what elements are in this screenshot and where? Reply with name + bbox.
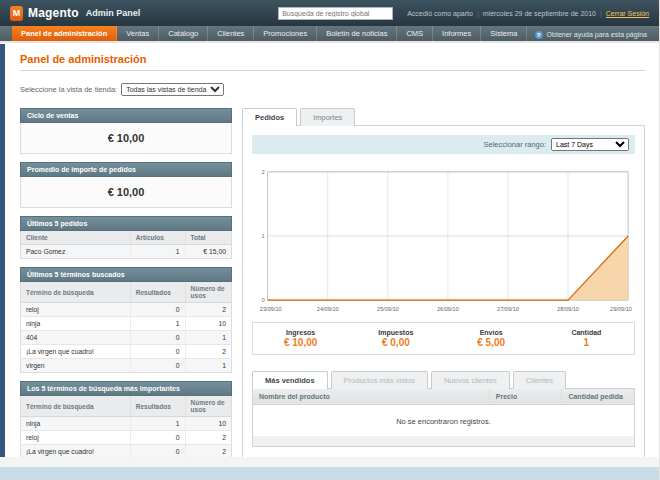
tab[interactable]: Pedidos xyxy=(242,108,297,126)
sales-cycle-title: Ciclo de ventas xyxy=(20,108,232,123)
last-search-terms-title: Últimos 5 términos buscados xyxy=(20,267,232,282)
dashboard-right-column: PedidosImportes Seleccionar rango: Last … xyxy=(242,108,645,458)
table-row[interactable]: 404 0 1 xyxy=(21,331,232,345)
table-row[interactable]: ninja 1 10 xyxy=(21,317,232,331)
tab[interactable]: Nuevos clientes xyxy=(431,371,510,389)
sales-cycle-value: € 10,00 xyxy=(20,123,232,154)
nav-item[interactable]: Sistema xyxy=(481,26,527,41)
top-search-terms-title: Los 5 términos de búsqueda más important… xyxy=(20,381,232,396)
metric-label: Impuestos xyxy=(348,329,443,336)
svg-text:23/09/10: 23/09/10 xyxy=(260,306,282,312)
footer-pad xyxy=(0,457,659,467)
help-icon: ? xyxy=(535,31,543,39)
nav-item[interactable]: Panel de administración xyxy=(12,26,117,41)
dashboard-left-column: Ciclo de ventas € 10,00 Promedio de impo… xyxy=(20,108,232,480)
current-date: miércoles 29 de septiembre de 2010 xyxy=(483,10,596,17)
metric-value: € 10,00 xyxy=(253,337,348,348)
last-search-terms-box: Últimos 5 términos buscados Término de b… xyxy=(20,267,232,373)
col-header: Artículos xyxy=(130,231,185,245)
svg-text:27/09/10: 27/09/10 xyxy=(497,306,519,312)
logo-text: Magento xyxy=(28,6,79,20)
nav-item[interactable]: Catálogo xyxy=(159,26,208,41)
table-row[interactable]: ninja 1 10 xyxy=(21,417,232,431)
nav-item[interactable]: Promociones xyxy=(254,26,317,41)
table-row[interactable]: virgen 0 1 xyxy=(21,359,232,373)
title-divider xyxy=(20,70,645,71)
logo-suffix: Admin Panel xyxy=(86,8,141,18)
svg-text:29/09/10: 29/09/10 xyxy=(610,306,632,312)
col-header: Nombre del producto xyxy=(253,388,490,404)
table-row[interactable]: reloj 0 2 xyxy=(21,303,232,317)
tab[interactable]: Clientes xyxy=(513,371,566,389)
metric-value: 1 xyxy=(539,337,634,348)
metric: Envíos € 5,00 xyxy=(444,329,539,348)
tab[interactable]: Más vendidos xyxy=(252,371,328,389)
tab[interactable]: Importes xyxy=(300,108,355,126)
grid-tabs: Más vendidosProductos más vistosNuevos c… xyxy=(252,371,635,389)
page-title: Panel de administración xyxy=(20,53,645,65)
range-label: Seleccionar rango: xyxy=(483,140,546,149)
empty-row xyxy=(253,436,635,447)
global-search-input[interactable] xyxy=(278,7,393,20)
last-orders-box: Últimos 5 pedidos Cliente Artículos Tota… xyxy=(20,216,232,259)
col-header: Precio xyxy=(489,388,562,404)
footer-band xyxy=(0,467,659,480)
last-orders-title: Últimos 5 pedidos xyxy=(20,216,232,231)
range-select[interactable]: Last 7 Days xyxy=(551,138,629,151)
orders-chart: 01223/09/1024/09/1025/09/1026/09/1027/09… xyxy=(254,166,633,314)
products-table: Nombre del producto Precio Cantidad pedi… xyxy=(252,388,635,448)
svg-text:1: 1 xyxy=(261,233,264,239)
metric-label: Cantidad xyxy=(539,329,634,336)
metrics-box: Ingresos € 10,00 Impuestos € 0,00 Envíos… xyxy=(252,322,635,355)
logout-link[interactable]: Cerrar Sesión xyxy=(606,10,649,17)
nav-item[interactable]: Ventas xyxy=(117,26,159,41)
col-header: Cliente xyxy=(21,231,131,245)
nav-item[interactable]: Boletín de noticias xyxy=(317,26,397,41)
svg-text:24/09/10: 24/09/10 xyxy=(317,306,339,312)
avg-order-box: Promedio de importe de pedidos € 10,00 xyxy=(20,162,232,208)
svg-text:26/09/10: 26/09/10 xyxy=(437,306,459,312)
col-header: Número de usos xyxy=(185,282,231,303)
help-link[interactable]: ? Obtener ayuda para esta página xyxy=(535,31,659,39)
col-header: Cantidad pedida xyxy=(562,388,635,404)
metric-value: € 0,00 xyxy=(348,337,443,348)
empty-message: No se encontraron registros. xyxy=(253,404,635,436)
svg-text:0: 0 xyxy=(261,297,265,303)
tab[interactable]: Productos más vistos xyxy=(331,371,428,389)
table-row[interactable]: ¡La virgen que cuadro! 0 2 xyxy=(21,345,232,359)
avg-order-title: Promedio de importe de pedidos xyxy=(20,162,232,177)
chart-area: 01223/09/1024/09/1025/09/1026/09/1027/09… xyxy=(254,166,633,314)
col-header: Total xyxy=(185,231,231,245)
col-header: Resultados xyxy=(130,282,185,303)
chart-tabs: PedidosImportes xyxy=(242,108,645,126)
logged-in-as: Accedió como aparto xyxy=(407,10,473,17)
metric: Cantidad 1 xyxy=(539,329,634,348)
range-bar: Seleccionar rango: Last 7 Days xyxy=(252,135,635,154)
app-header: M Magento Admin Panel Accedió como apart… xyxy=(0,0,659,26)
col-header: Resultados xyxy=(130,396,185,417)
col-header: Término de búsqueda xyxy=(21,396,131,417)
magento-logo-icon: M xyxy=(10,6,23,21)
table-row[interactable]: reloj 0 2 xyxy=(21,431,232,445)
svg-text:2: 2 xyxy=(261,169,264,175)
store-selector-label: Seleccione la vista de tienda: xyxy=(20,85,117,94)
metric-label: Ingresos xyxy=(253,329,348,336)
col-header: Término de búsqueda xyxy=(21,282,131,303)
svg-text:28/09/10: 28/09/10 xyxy=(557,306,579,312)
page-left-strip xyxy=(0,44,5,466)
magento-logo: M Magento Admin Panel xyxy=(10,6,140,21)
avg-order-value: € 10,00 xyxy=(20,177,232,208)
nav-item[interactable]: Informes xyxy=(433,26,481,41)
metric: Ingresos € 10,00 xyxy=(253,329,348,348)
table-row[interactable]: Paco Gomez 1 € 15,00 xyxy=(21,245,232,259)
svg-text:25/09/10: 25/09/10 xyxy=(377,306,399,312)
metric: Impuestos € 0,00 xyxy=(348,329,443,348)
nav-item[interactable]: CMS xyxy=(397,26,433,41)
metric-value: € 5,00 xyxy=(444,337,539,348)
metric-label: Envíos xyxy=(444,329,539,336)
sales-cycle-box: Ciclo de ventas € 10,00 xyxy=(20,108,232,154)
store-view-select[interactable]: Todas las vistas de tienda xyxy=(121,83,224,96)
col-header: Número de usos xyxy=(185,396,231,417)
nav-item[interactable]: Clientes xyxy=(208,26,254,41)
orders-panel: Seleccionar rango: Last 7 Days 01223/09/… xyxy=(242,125,645,458)
